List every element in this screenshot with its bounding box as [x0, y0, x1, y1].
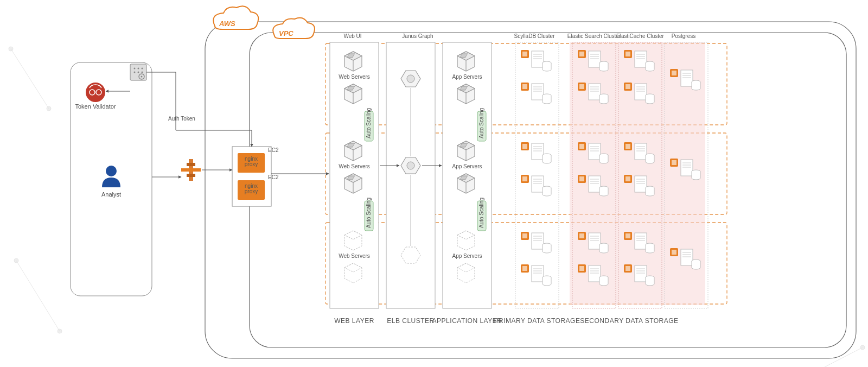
svg-text:Auto Scaling: Auto Scaling: [478, 198, 484, 228]
lbl-elb: ELB CLUSTER: [387, 317, 435, 325]
scylla-nodes: [520, 49, 552, 289]
svg-text:Auto Scaling: Auto Scaling: [478, 108, 484, 138]
aws-cloud-icon: AWS: [213, 6, 258, 29]
vpc-cloud-icon: VPC: [273, 18, 315, 39]
svg-rect-49: [181, 168, 201, 172]
aws-region: [205, 22, 856, 358]
svg-text:Web Servers: Web Servers: [339, 253, 370, 259]
svg-point-31: [142, 68, 143, 69]
svg-text:App Servers: App Servers: [452, 253, 482, 259]
vpc-label: VPC: [279, 29, 293, 37]
hdr-ec: ElastiCache Cluster: [616, 33, 664, 39]
svg-text:Web Servers: Web Servers: [339, 163, 370, 169]
svg-line-21: [11, 49, 49, 109]
svg-text:App Servers: App Servers: [452, 74, 482, 80]
autoscale-web-2: Auto Scaling: [365, 198, 373, 231]
svg-point-34: [142, 72, 143, 73]
lbl-secondary: SECONDARY DATA STORAGE: [580, 317, 678, 325]
svg-line-22: [16, 261, 60, 331]
hdr-janus: Janus Graph: [402, 33, 433, 39]
auth-token-label: Auth Token: [168, 116, 195, 122]
svg-text:proxy: proxy: [245, 188, 258, 194]
svg-rect-48: [187, 174, 195, 177]
svg-text:EC2: EC2: [268, 174, 279, 180]
token-validator-label: Token Validator: [75, 103, 116, 110]
svg-point-29: [134, 68, 136, 69]
settings-card-icon: [130, 64, 146, 80]
svg-text:App Servers: App Servers: [452, 163, 482, 169]
hdr-pg: Postgress: [672, 33, 695, 39]
svg-text:proxy: proxy: [245, 161, 258, 167]
svg-point-36: [141, 76, 143, 78]
aws-label: AWS: [219, 20, 235, 28]
autoscale-app-1: Auto Scaling: [477, 108, 486, 141]
svg-text:EC2: EC2: [268, 147, 279, 153]
api-gateway-icon: [181, 159, 201, 181]
lbl-weblayer: WEB LAYER: [334, 317, 374, 325]
hdr-scylla: ScyllaDB Cluster: [514, 33, 555, 39]
token-validator-icon: [86, 83, 105, 102]
svg-text:Web Servers: Web Servers: [339, 74, 370, 80]
svg-text:Auto Scaling: Auto Scaling: [366, 198, 372, 228]
wire-auth-proxy: [176, 123, 252, 147]
svg-text:Auto Scaling: Auto Scaling: [366, 108, 372, 138]
svg-point-30: [138, 68, 139, 69]
svg-line-24: [825, 347, 863, 367]
svg-point-37: [106, 166, 117, 176]
lbl-primary: PRIMARY DATA STORAGE: [494, 317, 580, 325]
analyst-label: Analyst: [101, 191, 121, 198]
autoscale-web-1: Auto Scaling: [365, 108, 373, 141]
svg-point-33: [138, 72, 139, 73]
autoscale-app-2: Auto Scaling: [477, 198, 486, 231]
svg-rect-47: [187, 163, 195, 166]
svg-point-32: [134, 72, 136, 73]
svg-point-25: [86, 83, 105, 102]
hdr-webui: Web UI: [343, 33, 361, 39]
lbl-applayer: APPLICATION LAYER: [432, 317, 502, 325]
hdr-es: Elastic Search Cluster: [567, 33, 621, 39]
